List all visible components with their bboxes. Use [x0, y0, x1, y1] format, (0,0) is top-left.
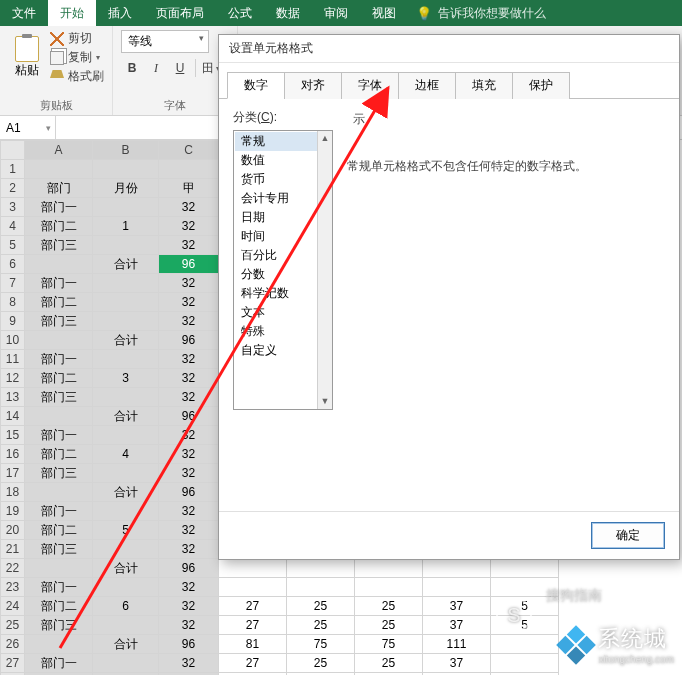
row-header[interactable]: 15 — [1, 426, 25, 445]
cell[interactable] — [93, 274, 159, 293]
row-header[interactable]: 4 — [1, 217, 25, 236]
cell[interactable] — [93, 426, 159, 445]
row-header[interactable]: 14 — [1, 407, 25, 426]
cell[interactable]: 32 — [159, 217, 219, 236]
cell[interactable] — [355, 578, 423, 597]
cell[interactable] — [93, 502, 159, 521]
cell[interactable]: 37 — [423, 616, 491, 635]
ribbon-tab-公式[interactable]: 公式 — [216, 0, 264, 26]
tell-me-search[interactable]: 💡告诉我你想要做什么 — [416, 0, 546, 26]
cell[interactable]: 96 — [159, 559, 219, 578]
copy-button[interactable]: 复制▾ — [50, 49, 104, 66]
row-header[interactable]: 18 — [1, 483, 25, 502]
row-header[interactable]: 11 — [1, 350, 25, 369]
cell[interactable]: 81 — [219, 635, 287, 654]
row-header[interactable]: 8 — [1, 293, 25, 312]
cell[interactable] — [25, 331, 93, 350]
cell[interactable] — [25, 407, 93, 426]
category-listbox[interactable]: 常规数值货币会计专用日期时间百分比分数科学记数文本特殊自定义 ▲ ▼ — [233, 130, 333, 410]
row-header[interactable]: 22 — [1, 559, 25, 578]
row-header[interactable]: 19 — [1, 502, 25, 521]
ribbon-tab-页面布局[interactable]: 页面布局 — [144, 0, 216, 26]
cell[interactable]: 合计 — [93, 483, 159, 502]
cell[interactable] — [93, 654, 159, 673]
cell[interactable]: 部门二 — [25, 293, 93, 312]
cell[interactable] — [219, 578, 287, 597]
cell[interactable]: 27 — [219, 654, 287, 673]
cell[interactable] — [219, 559, 287, 578]
col-header-A[interactable]: A — [25, 141, 93, 160]
underline-button[interactable]: U — [169, 57, 191, 79]
cell[interactable] — [25, 160, 93, 179]
row-header[interactable]: 24 — [1, 597, 25, 616]
cell[interactable]: 部门三 — [25, 540, 93, 559]
row-header[interactable]: 9 — [1, 312, 25, 331]
cell[interactable] — [491, 559, 559, 578]
cell[interactable]: 月份 — [93, 179, 159, 198]
row-header[interactable]: 12 — [1, 369, 25, 388]
cell[interactable]: 32 — [159, 388, 219, 407]
dialog-tab-边框[interactable]: 边框 — [398, 72, 456, 99]
row-header[interactable]: 16 — [1, 445, 25, 464]
cell[interactable]: 6 — [93, 597, 159, 616]
cell[interactable]: 32 — [159, 426, 219, 445]
cell[interactable]: 合计 — [93, 407, 159, 426]
row-header[interactable]: 7 — [1, 274, 25, 293]
cell[interactable]: 32 — [159, 274, 219, 293]
ribbon-tab-数据[interactable]: 数据 — [264, 0, 312, 26]
cell[interactable] — [93, 312, 159, 331]
cell[interactable]: 合计 — [93, 255, 159, 274]
row-header[interactable]: 26 — [1, 635, 25, 654]
cell[interactable]: 部门一 — [25, 198, 93, 217]
cell[interactable]: 96 — [159, 331, 219, 350]
cell[interactable] — [93, 198, 159, 217]
cell[interactable] — [93, 578, 159, 597]
cell[interactable]: 合计 — [93, 559, 159, 578]
cell[interactable]: 部门三 — [25, 312, 93, 331]
cell[interactable]: 96 — [159, 483, 219, 502]
cell[interactable]: 32 — [159, 521, 219, 540]
cell[interactable]: 32 — [159, 369, 219, 388]
row-header[interactable]: 21 — [1, 540, 25, 559]
cell[interactable]: 部门一 — [25, 426, 93, 445]
row-header[interactable]: 17 — [1, 464, 25, 483]
cell[interactable]: 96 — [159, 635, 219, 654]
col-header-C[interactable]: C — [159, 141, 219, 160]
cell[interactable]: 部门三 — [25, 464, 93, 483]
cell[interactable]: 部门一 — [25, 502, 93, 521]
cell[interactable] — [423, 559, 491, 578]
cell[interactable]: 部门一 — [25, 274, 93, 293]
row-header[interactable]: 23 — [1, 578, 25, 597]
cell[interactable]: 25 — [287, 597, 355, 616]
cell[interactable]: 32 — [159, 464, 219, 483]
cell[interactable]: 32 — [159, 597, 219, 616]
cell[interactable]: 32 — [159, 293, 219, 312]
cell[interactable]: 32 — [159, 350, 219, 369]
dialog-tab-字体[interactable]: 字体 — [341, 72, 399, 99]
cell[interactable] — [93, 236, 159, 255]
cell[interactable]: 32 — [159, 445, 219, 464]
select-all-corner[interactable] — [1, 141, 25, 160]
cell[interactable]: 1 — [93, 217, 159, 236]
cell[interactable]: 合计 — [93, 635, 159, 654]
cell[interactable]: 部门三 — [25, 236, 93, 255]
cell[interactable]: 32 — [159, 578, 219, 597]
cell[interactable] — [93, 464, 159, 483]
row-header[interactable]: 25 — [1, 616, 25, 635]
cell[interactable] — [287, 559, 355, 578]
cell[interactable]: 5 — [491, 597, 559, 616]
cell[interactable] — [491, 635, 559, 654]
dialog-tab-对齐[interactable]: 对齐 — [284, 72, 342, 99]
paste-button[interactable]: 粘贴 — [8, 30, 46, 85]
cell[interactable]: 5 — [93, 521, 159, 540]
italic-button[interactable]: I — [145, 57, 167, 79]
ribbon-tab-插入[interactable]: 插入 — [96, 0, 144, 26]
cell[interactable]: 部门三 — [25, 388, 93, 407]
row-header[interactable]: 6 — [1, 255, 25, 274]
cell[interactable]: 部门一 — [25, 350, 93, 369]
cell[interactable] — [25, 559, 93, 578]
cell[interactable] — [25, 635, 93, 654]
cell[interactable]: 37 — [423, 597, 491, 616]
cell[interactable]: 25 — [355, 597, 423, 616]
cell[interactable] — [355, 559, 423, 578]
